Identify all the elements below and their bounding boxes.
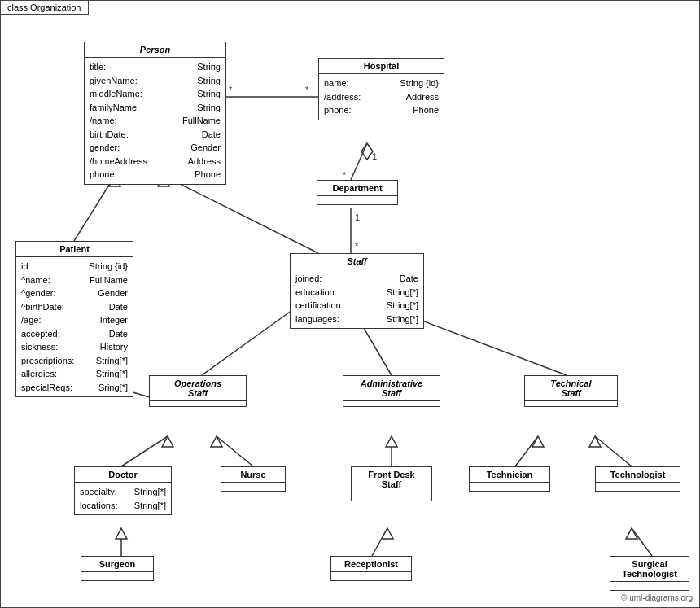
surgeon-body xyxy=(81,572,153,580)
svg-text:1: 1 xyxy=(372,151,377,161)
nurse-class: Nurse xyxy=(221,466,286,492)
nurse-title: Nurse xyxy=(221,467,285,483)
department-title: Department xyxy=(317,181,397,196)
technologist-class: Technologist xyxy=(595,466,680,492)
svg-text:*: * xyxy=(229,85,233,94)
technical-staff-title: TechnicalStaff xyxy=(525,376,617,401)
svg-line-29 xyxy=(515,436,538,466)
administrative-staff-body xyxy=(343,401,440,406)
technician-title: Technician xyxy=(470,467,549,483)
nurse-body xyxy=(221,483,285,491)
front-desk-staff-title: Front DeskStaff xyxy=(352,467,431,492)
person-body: title:String givenName:String middleName… xyxy=(85,58,225,184)
technologist-body xyxy=(596,483,680,491)
receptionist-title: Receptionist xyxy=(331,557,411,572)
svg-text:*: * xyxy=(305,85,309,94)
svg-marker-26 xyxy=(211,436,222,447)
svg-line-23 xyxy=(121,436,168,466)
diagram-container: class Organization * * 1 * 1 * * * xyxy=(0,0,700,608)
administrative-staff-class: AdministrativeStaff xyxy=(343,375,440,407)
receptionist-class: Receptionist xyxy=(330,556,412,581)
patient-class: Patient id:String {id} ^name:FullName ^g… xyxy=(15,241,133,397)
administrative-staff-title: AdministrativeStaff xyxy=(343,376,440,401)
front-desk-staff-class: Front DeskStaff xyxy=(351,466,432,501)
doctor-title: Doctor xyxy=(75,467,171,483)
svg-marker-34 xyxy=(116,528,127,539)
technologist-title: Technologist xyxy=(596,467,680,483)
doctor-class: Doctor specialty:String[*] locations:Str… xyxy=(74,466,172,515)
svg-line-12 xyxy=(164,176,318,253)
surgeon-class: Surgeon xyxy=(81,556,154,581)
surgical-technologist-class: SurgicalTechnologist xyxy=(610,556,689,591)
staff-title: Staff xyxy=(291,254,423,269)
svg-line-31 xyxy=(595,436,632,466)
svg-marker-38 xyxy=(626,528,637,539)
hospital-title: Hospital xyxy=(319,59,444,74)
surgical-technologist-body xyxy=(610,582,689,590)
svg-marker-24 xyxy=(162,436,173,447)
svg-marker-4 xyxy=(361,143,373,160)
patient-body: id:String {id} ^name:FullName ^gender:Ge… xyxy=(16,257,133,396)
hospital-class: Hospital name:String {id} /address:Addre… xyxy=(318,58,444,120)
svg-line-3 xyxy=(351,143,367,180)
staff-body: joined:Date education:String[*] certific… xyxy=(291,269,423,328)
svg-line-25 xyxy=(217,436,253,466)
department-body xyxy=(317,196,397,204)
technician-body xyxy=(470,483,549,491)
technician-class: Technician xyxy=(469,466,550,492)
svg-marker-30 xyxy=(532,436,544,447)
person-title: Person xyxy=(85,42,225,58)
svg-text:*: * xyxy=(355,241,359,251)
technical-staff-class: TechnicalStaff xyxy=(524,375,618,407)
svg-line-10 xyxy=(74,176,115,241)
surgical-technologist-title: SurgicalTechnologist xyxy=(610,557,689,582)
surgeon-title: Surgeon xyxy=(81,557,153,572)
operations-staff-title: OperationsStaff xyxy=(150,376,246,401)
svg-line-35 xyxy=(372,528,387,556)
receptionist-body xyxy=(331,572,411,580)
technical-staff-body xyxy=(525,401,617,406)
diagram-title: class Organization xyxy=(1,1,89,15)
svg-text:*: * xyxy=(343,170,347,180)
patient-title: Patient xyxy=(16,242,133,257)
svg-line-17 xyxy=(202,306,298,375)
person-class: Person title:String givenName:String mid… xyxy=(84,42,226,185)
front-desk-staff-body xyxy=(352,492,431,501)
svg-marker-36 xyxy=(382,528,393,539)
operations-staff-body xyxy=(150,401,246,406)
svg-line-37 xyxy=(632,528,652,556)
department-class: Department xyxy=(317,180,398,205)
operations-staff-class: OperationsStaff xyxy=(149,375,247,407)
doctor-body: specialty:String[*] locations:String[*] xyxy=(75,483,171,514)
svg-marker-32 xyxy=(589,436,601,447)
svg-marker-28 xyxy=(386,436,397,447)
copyright-text: © uml-diagrams.org xyxy=(621,593,693,602)
svg-text:1: 1 xyxy=(355,212,360,222)
staff-class: Staff joined:Date education:String[*] ce… xyxy=(290,253,424,329)
hospital-body: name:String {id} /address:Address phone:… xyxy=(319,74,444,120)
